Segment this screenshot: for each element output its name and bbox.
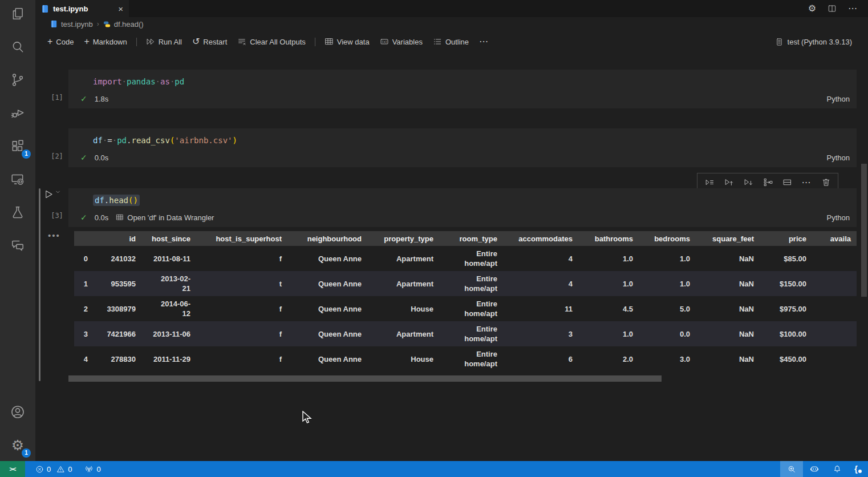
split-editor-icon[interactable]	[828, 4, 837, 13]
table-cell: 1.0	[639, 246, 696, 271]
execute-row-by-row-icon[interactable]	[700, 175, 719, 190]
add-code-button[interactable]: +Code	[42, 35, 79, 48]
table-cell: f	[196, 321, 287, 346]
open-in-data-wrangler-link[interactable]: Open 'df' in Data Wrangler	[116, 213, 214, 222]
table-cell: 2014-06- 12	[141, 296, 196, 321]
outline-button[interactable]: Outline	[428, 35, 474, 48]
tab-test-ipynb[interactable]: test.ipynb ×	[35, 0, 129, 17]
code-token: ·	[112, 136, 117, 145]
accounts-icon[interactable]	[4, 399, 31, 425]
table-cell: Queen Anne	[287, 246, 367, 271]
clear-all-outputs-button[interactable]: Clear All Outputs	[232, 35, 311, 48]
tab-close-icon[interactable]: ×	[118, 4, 123, 14]
run-all-button[interactable]: Run All	[141, 35, 187, 48]
execute-above-cells-icon[interactable]	[720, 175, 738, 190]
code-token: =	[107, 136, 112, 145]
execute-cell-and-below-icon[interactable]	[739, 175, 757, 190]
column-header: bedrooms	[639, 231, 696, 246]
table-row: 374219662013-11-06fQueen AnneApartmentEn…	[74, 321, 857, 346]
code-token: pd	[175, 77, 184, 86]
problems-indicator[interactable]: 0 0	[31, 461, 76, 477]
breadcrumb-separator: ›	[97, 20, 99, 28]
table-cell	[812, 246, 857, 271]
kernel-icon	[775, 38, 784, 46]
output-options-icon[interactable]: •••	[48, 231, 60, 240]
table-cell: Queen Anne	[287, 296, 367, 321]
ports-indicator[interactable]: 0	[80, 461, 105, 477]
table-cell: 2013-02- 21	[141, 271, 196, 296]
extensions-icon[interactable]: 1	[4, 134, 31, 159]
copilot-indicator[interactable]	[803, 461, 826, 477]
feedback-indicator[interactable]: {	[849, 461, 868, 477]
notebook-toolbar: +Code +Markdown Run All ↺ Restart Clear …	[35, 31, 868, 52]
feedback-dot-icon	[858, 469, 862, 474]
source-control-icon[interactable]	[4, 67, 31, 92]
column-header: accommodates	[503, 231, 578, 246]
execution-count: [1]	[47, 94, 67, 102]
dataframe-output: idhost_sincehost_is_superhostneighbourho…	[74, 231, 868, 371]
run-all-icon	[146, 37, 155, 46]
cell-language[interactable]: Python	[827, 95, 850, 103]
code-editor[interactable]: df.head()	[68, 188, 857, 206]
testing-icon[interactable]	[4, 200, 31, 225]
cell-language[interactable]: Python	[827, 213, 850, 222]
code-token: as	[160, 77, 170, 86]
remote-indicator[interactable]: ><	[0, 461, 25, 477]
table-cell: f	[196, 296, 287, 321]
delete-cell-icon[interactable]	[817, 175, 835, 190]
table-row: 02410322011-08-11fQueen AnneApartmentEnt…	[74, 246, 857, 271]
zoom-indicator[interactable]	[780, 461, 803, 477]
table-cell: 0.0	[639, 321, 696, 346]
search-icon[interactable]	[4, 34, 31, 59]
table-cell: 4	[503, 271, 578, 296]
table-cell: $450.00	[760, 346, 812, 371]
notifications-indicator[interactable]	[826, 461, 849, 477]
view-data-button[interactable]: View data	[319, 35, 375, 48]
more-actions-icon[interactable]: ⋯	[848, 4, 858, 13]
variables-button[interactable]: (x) Variables	[375, 35, 428, 48]
debug-cell-icon[interactable]	[759, 175, 777, 190]
editor-actions: ⚙ ⋯	[808, 0, 868, 17]
manage-gear-icon[interactable]: ⚙	[808, 4, 816, 13]
table-cell: 1.0	[578, 246, 639, 271]
restart-icon: ↺	[192, 37, 200, 46]
extensions-badge: 1	[22, 149, 31, 159]
restart-button[interactable]: ↺ Restart	[187, 35, 232, 48]
breadcrumb-file[interactable]: test.ipynb	[50, 20, 93, 29]
settings-gear-icon[interactable]: ⚙ 1	[4, 432, 31, 458]
table-cell: 7421966	[94, 321, 141, 346]
kernel-picker[interactable]: test (Python 3.9.13)	[775, 38, 868, 46]
table-cell: $150.00	[760, 271, 812, 296]
toolbar-more-button[interactable]: ⋯	[474, 35, 494, 48]
run-cell-button[interactable]	[43, 189, 61, 200]
code-token: df	[95, 196, 104, 205]
table-cell: 1.0	[639, 271, 696, 296]
data-wrangler-icon	[325, 37, 334, 46]
run-debug-icon[interactable]	[4, 100, 31, 126]
remote-explorer-icon[interactable]	[4, 167, 31, 192]
code-token: import	[93, 77, 122, 86]
code-editor[interactable]: df·=·pd.read_csv('airbnb.csv')	[68, 128, 857, 146]
execution-count: [3]	[47, 212, 67, 220]
comments-icon[interactable]	[4, 233, 31, 258]
column-header	[74, 231, 94, 246]
table-cell: 953595	[94, 271, 141, 296]
cell-language[interactable]: Python	[827, 153, 850, 162]
breadcrumb-symbol[interactable]: df.head()	[103, 20, 144, 29]
table-cell: f	[196, 346, 287, 371]
code-editor[interactable]: import·pandas·as·pd	[68, 70, 857, 87]
table-row: 42788302011-11-29fQueen AnneHouseEntire …	[74, 346, 857, 371]
vertical-scrollbar[interactable]	[861, 164, 867, 297]
add-markdown-button[interactable]: +Markdown	[79, 35, 132, 48]
variables-icon: (x)	[380, 37, 389, 46]
more-cell-actions-icon[interactable]: ⋯	[797, 175, 816, 190]
table-cell: 4	[74, 346, 94, 371]
notebook-icon	[50, 20, 58, 28]
execution-time: 0.0s	[95, 153, 109, 162]
explorer-icon[interactable]	[4, 1, 31, 26]
python-icon	[103, 21, 111, 28]
table-cell: NaN	[696, 346, 760, 371]
horizontal-scrollbar[interactable]	[68, 375, 662, 382]
table-cell: 6	[503, 346, 578, 371]
split-cell-icon[interactable]	[778, 175, 796, 190]
